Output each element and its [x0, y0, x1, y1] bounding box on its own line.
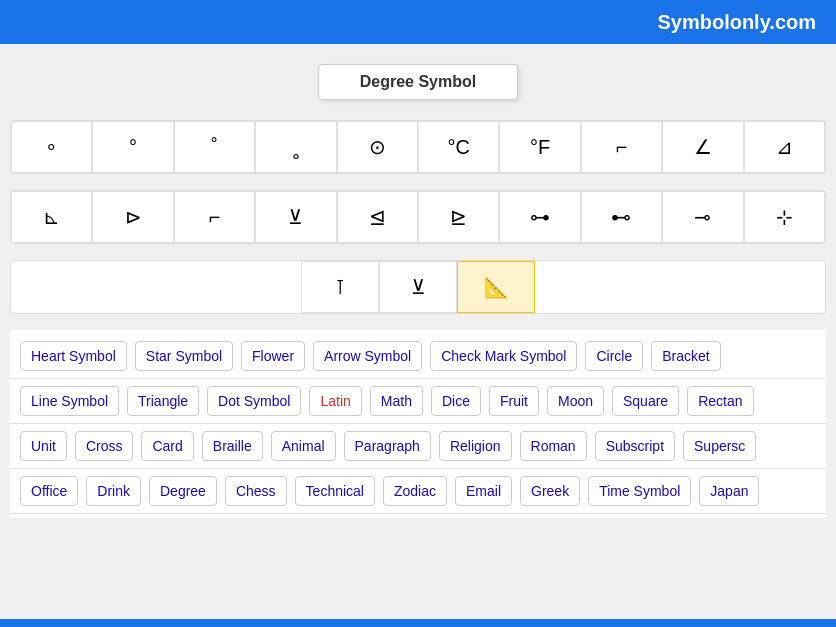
header: Symbolonly.com — [0, 0, 836, 44]
symbol-cell[interactable]: ⊾ — [11, 191, 92, 243]
tag-item[interactable]: Supersc — [683, 431, 756, 461]
symbol-cell[interactable]: ⊿ — [744, 121, 825, 173]
tag-item[interactable]: Degree — [149, 476, 217, 506]
search-bar[interactable]: Degree Symbol — [318, 64, 518, 100]
tag-item[interactable]: Chess — [225, 476, 287, 506]
tag-item[interactable]: Line Symbol — [20, 386, 119, 416]
symbol-cell[interactable]: ⊻ — [379, 261, 457, 313]
symbol-cell[interactable]: ⊻ — [255, 191, 336, 243]
symbol-cell[interactable]: ∘ — [11, 121, 92, 173]
site-title: Symbolonly.com — [657, 11, 816, 34]
tag-item[interactable]: Greek — [520, 476, 580, 506]
tags-row-3: UnitCrossCardBrailleAnimalParagraphRelig… — [10, 424, 826, 469]
tag-item[interactable]: Animal — [271, 431, 336, 461]
tag-item[interactable]: Moon — [547, 386, 604, 416]
symbol-cell[interactable]: ˳ — [255, 121, 336, 173]
tag-item[interactable]: Time Symbol — [588, 476, 691, 506]
tag-item[interactable]: Triangle — [127, 386, 199, 416]
symbol-cell[interactable]: ∠ — [662, 121, 743, 173]
tag-item[interactable]: Arrow Symbol — [313, 341, 422, 371]
tag-item[interactable]: Fruit — [489, 386, 539, 416]
content-area: Degree Symbol ∘°˚˳⊙°C°F⌐∠⊿ ⊾⊳⌐⊻⊴⊵⊶⊷⊸⊹ ⊺⊻… — [0, 44, 836, 528]
tags-row-2: Line SymbolTriangleDot SymbolLatinMathDi… — [10, 379, 826, 424]
tag-item[interactable]: Subscript — [595, 431, 675, 461]
symbol-cell[interactable]: ⊺ — [301, 261, 379, 313]
tag-item[interactable]: Bracket — [651, 341, 720, 371]
tag-item[interactable]: Drink — [86, 476, 141, 506]
tag-item[interactable]: Cross — [75, 431, 134, 461]
tag-item[interactable]: Card — [141, 431, 193, 461]
tag-item[interactable]: Religion — [439, 431, 512, 461]
tag-item[interactable]: Dice — [431, 386, 481, 416]
tag-item[interactable]: Roman — [520, 431, 587, 461]
partial-row: ⊺⊻📐 — [10, 260, 826, 314]
tag-item[interactable]: Flower — [241, 341, 305, 371]
tag-item[interactable]: Heart Symbol — [20, 341, 127, 371]
tag-item[interactable]: Latin — [309, 386, 361, 416]
tag-item[interactable]: Math — [370, 386, 423, 416]
symbols-grid-row1: ∘°˚˳⊙°C°F⌐∠⊿ — [10, 120, 826, 174]
symbol-cell[interactable]: ⊴ — [337, 191, 418, 243]
symbol-cell[interactable]: ⌐ — [581, 121, 662, 173]
symbol-cell[interactable]: ° — [92, 121, 173, 173]
tag-item[interactable]: Japan — [699, 476, 759, 506]
tag-item[interactable]: Email — [455, 476, 512, 506]
symbol-cell[interactable]: ⊸ — [662, 191, 743, 243]
symbol-cell[interactable]: ˚ — [174, 121, 255, 173]
symbol-cell[interactable]: ⌐ — [174, 191, 255, 243]
tag-item[interactable]: Unit — [20, 431, 67, 461]
symbol-cell[interactable]: ⊙ — [337, 121, 418, 173]
tag-item[interactable]: Square — [612, 386, 679, 416]
tag-item[interactable]: Dot Symbol — [207, 386, 301, 416]
symbol-cell[interactable]: ⊵ — [418, 191, 499, 243]
tag-item[interactable]: Rectan — [687, 386, 753, 416]
symbols-grid-row2: ⊾⊳⌐⊻⊴⊵⊶⊷⊸⊹ — [10, 190, 826, 244]
symbol-cell[interactable]: °C — [418, 121, 499, 173]
tag-item[interactable]: Technical — [295, 476, 375, 506]
symbol-cell[interactable]: ⊳ — [92, 191, 173, 243]
tag-item[interactable]: Braille — [202, 431, 263, 461]
tag-item[interactable]: Star Symbol — [135, 341, 233, 371]
tag-item[interactable]: Check Mark Symbol — [430, 341, 577, 371]
tags-section: Heart SymbolStar SymbolFlowerArrow Symbo… — [10, 330, 826, 518]
search-bar-container: Degree Symbol — [10, 64, 826, 100]
tag-item[interactable]: Office — [20, 476, 78, 506]
tags-row-4: OfficeDrinkDegreeChessTechnicalZodiacEma… — [10, 469, 826, 514]
tag-item[interactable]: Zodiac — [383, 476, 447, 506]
symbol-cell[interactable]: °F — [499, 121, 580, 173]
symbol-cell[interactable]: 📐 — [457, 261, 535, 313]
symbol-cell[interactable]: ⊹ — [744, 191, 825, 243]
tags-row-1: Heart SymbolStar SymbolFlowerArrow Symbo… — [10, 334, 826, 379]
tag-item[interactable]: Circle — [585, 341, 643, 371]
tag-item[interactable]: Paragraph — [344, 431, 431, 461]
symbol-cell[interactable]: ⊷ — [581, 191, 662, 243]
symbol-cell[interactable]: ⊶ — [499, 191, 580, 243]
